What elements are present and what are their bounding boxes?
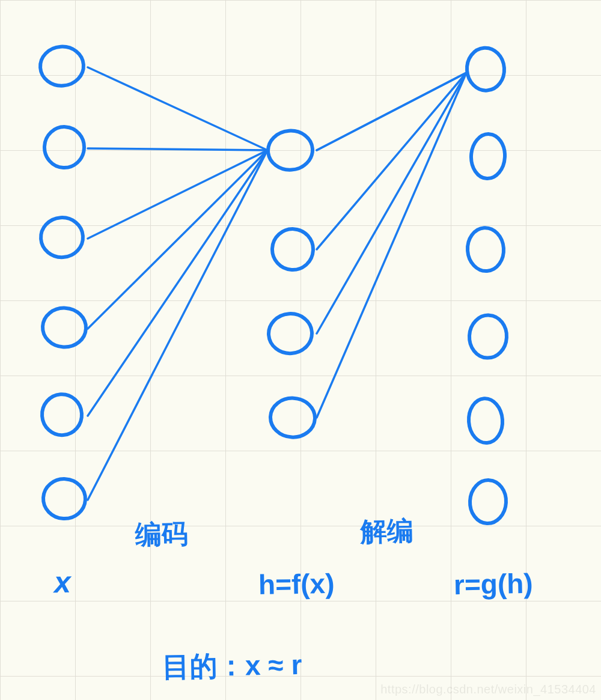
encoder-edge — [88, 148, 267, 150]
output-node — [467, 397, 504, 444]
objective-label: 目的：x ≈ r — [162, 647, 302, 686]
hidden-node — [269, 397, 316, 439]
encoder-edge — [88, 67, 267, 150]
watermark: https://blog.csdn.net/weixin_41534404 — [380, 683, 596, 696]
encoder-edge — [88, 150, 267, 500]
output-layer-label: r=g(h) — [454, 567, 534, 601]
decoder-edge — [317, 73, 466, 418]
encoder-edge — [88, 150, 267, 416]
hidden-node — [267, 129, 314, 171]
output-node — [470, 133, 506, 180]
objective-prefix: 目的： — [162, 650, 246, 683]
output-node — [466, 47, 506, 92]
encoder-edge — [88, 150, 267, 329]
input-node — [41, 307, 87, 348]
output-node — [469, 479, 507, 525]
input-node — [43, 126, 85, 168]
decoder-edge — [317, 73, 466, 249]
input-node — [39, 45, 85, 87]
hidden-node — [267, 312, 313, 355]
input-node — [41, 393, 84, 436]
hidden-node — [271, 228, 314, 270]
encoder-edge — [88, 150, 267, 239]
input-layer-label: x — [53, 565, 71, 600]
hidden-layer-label: h=f(x) — [258, 567, 335, 601]
objective-relation: x ≈ r — [245, 649, 302, 681]
decoder-label: 解编 — [360, 513, 413, 550]
encoder-label: 编码 — [135, 516, 188, 553]
input-node — [40, 216, 84, 259]
output-node — [468, 314, 508, 359]
output-node — [466, 227, 505, 272]
input-node — [42, 478, 86, 520]
